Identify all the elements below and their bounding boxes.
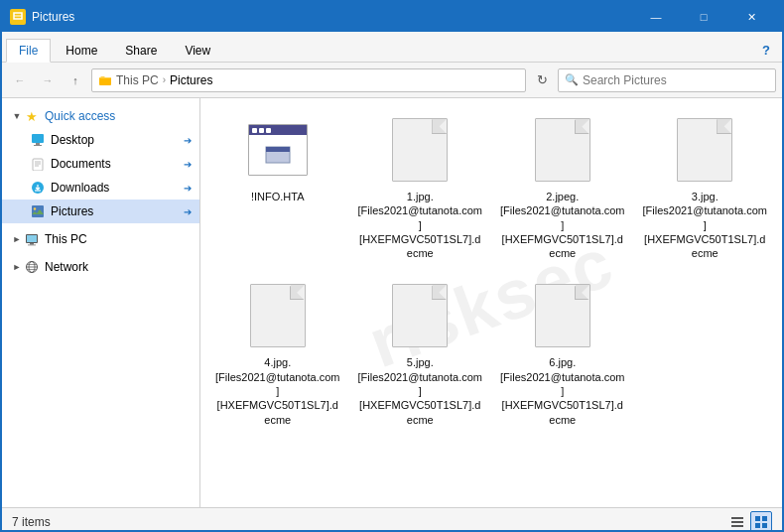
- tab-share[interactable]: Share: [112, 39, 170, 62]
- tab-home[interactable]: Home: [53, 39, 110, 62]
- sidebar-item-network[interactable]: ► Network: [2, 255, 199, 279]
- file-name-6: 6.jpg.[Files2021@tutanota.com][HXEFMGVC5…: [499, 355, 626, 426]
- file-item-3[interactable]: 3.jpg.[Files2021@tutanota.com][HXEFMGVC5…: [638, 108, 773, 266]
- path-thispc: This PC: [116, 73, 159, 87]
- tab-view[interactable]: View: [172, 39, 223, 62]
- svg-rect-4: [36, 143, 40, 145]
- address-bar: ← → ↑ This PC › Pictures ↻ 🔍: [2, 63, 782, 98]
- pictures-icon: [30, 203, 46, 219]
- maximize-button[interactable]: □: [681, 2, 726, 32]
- svg-rect-29: [762, 516, 767, 521]
- ribbon: File Home Share View ?: [2, 32, 782, 63]
- file-name-4: 4.jpg.[Files2021@tutanota.com][HXEFMGVC5…: [214, 355, 341, 426]
- content-area: risksec: [200, 98, 782, 507]
- sidebar-item-documents[interactable]: Documents ➔: [2, 152, 199, 176]
- svg-rect-25: [731, 517, 743, 519]
- svg-rect-16: [30, 243, 34, 245]
- help-button[interactable]: ?: [754, 38, 778, 62]
- computer-icon: [24, 231, 40, 247]
- close-button[interactable]: ✕: [728, 2, 774, 32]
- generic-file-icon-1: [392, 118, 448, 182]
- up-button[interactable]: ↑: [64, 68, 87, 92]
- refresh-button[interactable]: ↻: [530, 68, 554, 92]
- sidebar-item-label-this-pc: This PC: [45, 232, 192, 246]
- sidebar-item-downloads[interactable]: Downloads ➔: [2, 176, 199, 200]
- generic-file-icon-5: [392, 284, 448, 347]
- file-item-6[interactable]: 6.jpg.[Files2021@tutanota.com][HXEFMGVC5…: [495, 274, 630, 432]
- file-item-5[interactable]: 5.jpg.[Files2021@tutanota.com][HXEFMGVC5…: [353, 274, 488, 432]
- window-icon: [10, 9, 26, 25]
- folder-icon: [98, 73, 112, 87]
- file-icon-wrapper-6: [527, 280, 598, 351]
- svg-rect-15: [27, 235, 37, 242]
- list-view-button[interactable]: [726, 511, 748, 533]
- search-icon: 🔍: [565, 73, 579, 86]
- view-options: [726, 511, 772, 533]
- item-count: 7 items: [12, 515, 51, 529]
- search-box[interactable]: 🔍: [558, 68, 776, 92]
- window-title: Pictures: [32, 10, 74, 24]
- sidebar-quick-access-section: ▼ ★ Quick access Desktop ➔ Documents ➔: [2, 102, 199, 225]
- file-icon-wrapper-3: [669, 114, 740, 186]
- svg-rect-30: [755, 523, 760, 528]
- expand-arrow-this-pc: ►: [10, 234, 24, 244]
- generic-file-icon-6: [535, 284, 590, 347]
- sidebar-item-pictures[interactable]: Pictures ➔: [2, 200, 199, 223]
- pin-icon-pictures: ➔: [184, 206, 192, 217]
- svg-rect-27: [731, 525, 743, 527]
- file-name-hta: !INFO.HTA: [251, 190, 305, 203]
- file-item-4[interactable]: 4.jpg.[Files2021@tutanota.com][HXEFMGVC5…: [210, 274, 345, 432]
- network-icon: [24, 259, 40, 275]
- window-controls[interactable]: — □ ✕: [633, 2, 774, 32]
- back-button[interactable]: ←: [8, 68, 32, 92]
- svg-point-13: [34, 207, 36, 209]
- forward-button[interactable]: →: [36, 68, 60, 92]
- svg-rect-31: [762, 523, 767, 528]
- hta-file-icon: [248, 124, 308, 176]
- downloads-icon: [30, 180, 46, 196]
- file-icon-wrapper-1: [384, 114, 456, 186]
- grid-view-button[interactable]: [750, 511, 772, 533]
- address-path[interactable]: This PC › Pictures: [91, 68, 526, 92]
- svg-rect-26: [731, 521, 743, 523]
- title-bar: Pictures — □ ✕: [2, 2, 782, 32]
- svg-rect-28: [755, 516, 760, 521]
- sidebar-item-desktop[interactable]: Desktop ➔: [2, 128, 199, 152]
- search-input[interactable]: [583, 73, 769, 87]
- generic-file-icon-4: [250, 284, 306, 347]
- file-item-2[interactable]: 2.jpeg.[Files2021@tutanota.com][HXEFMGVC…: [495, 108, 630, 266]
- main-layout: ▼ ★ Quick access Desktop ➔ Documents ➔: [2, 98, 782, 507]
- file-icon-wrapper-4: [242, 280, 314, 351]
- sidebar-item-label-network: Network: [45, 260, 192, 274]
- hta-icon-wrapper: [242, 114, 314, 186]
- pin-icon-documents: ➔: [184, 159, 192, 170]
- ribbon-tabs: File Home Share View ?: [2, 32, 782, 62]
- svg-rect-3: [32, 134, 44, 143]
- path-pictures: Pictures: [170, 73, 212, 87]
- title-bar-left: Pictures: [10, 9, 74, 25]
- file-grid: !INFO.HTA 1.jpg.[Files2021@tutanota.com]…: [210, 108, 772, 433]
- file-name-3: 3.jpg.[Files2021@tutanota.com][HXEFMGVC5…: [642, 190, 769, 260]
- sidebar: ▼ ★ Quick access Desktop ➔ Documents ➔: [2, 98, 200, 507]
- file-icon-wrapper-5: [384, 280, 456, 351]
- svg-rect-2: [99, 77, 111, 85]
- file-name-5: 5.jpg.[Files2021@tutanota.com][HXEFMGVC5…: [357, 355, 484, 426]
- expand-arrow-quick-access: ▼: [10, 111, 24, 121]
- minimize-button[interactable]: —: [633, 2, 679, 32]
- documents-icon: [30, 156, 46, 172]
- svg-rect-12: [32, 205, 44, 217]
- file-item-hta[interactable]: !INFO.HTA: [210, 108, 345, 266]
- path-chevron-1: ›: [163, 74, 166, 85]
- sidebar-item-label-documents: Documents: [51, 157, 181, 171]
- sidebar-item-label-downloads: Downloads: [51, 181, 181, 195]
- tab-file[interactable]: File: [6, 39, 51, 63]
- svg-rect-24: [266, 147, 290, 152]
- expand-arrow-network: ►: [10, 262, 24, 272]
- status-bar: 7 items: [2, 507, 782, 532]
- sidebar-quick-access[interactable]: ▼ ★ Quick access: [2, 104, 199, 128]
- pin-icon-downloads: ➔: [184, 183, 192, 194]
- file-name-1: 1.jpg.[Files2021@tutanota.com][HXEFMGVC5…: [357, 190, 484, 260]
- file-item-1[interactable]: 1.jpg.[Files2021@tutanota.com][HXEFMGVC5…: [353, 108, 488, 266]
- sidebar-item-label-quick-access: Quick access: [45, 109, 192, 123]
- sidebar-item-this-pc[interactable]: ► This PC: [2, 227, 199, 251]
